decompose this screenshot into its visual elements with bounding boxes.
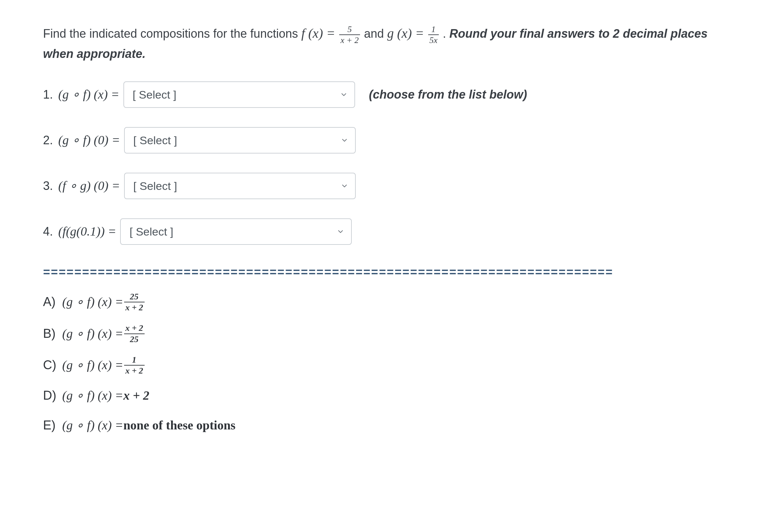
option-a-den: x + 2 [124,302,145,312]
option-a: A) (g ∘ f) (x) = 25 x + 2 [43,292,732,312]
select-q2[interactable]: [ Select ] [124,127,356,154]
select-placeholder: [ Select ] [133,177,177,195]
g-numerator: 1 [428,25,439,35]
question-2-lhs: (g ∘ f) (0) = [58,130,120,150]
option-a-num: 25 [124,292,145,302]
option-b-den: 25 [124,334,145,344]
question-1-lhs: (g ∘ f) (x) = [58,85,119,104]
intro-mid: and [364,27,387,40]
question-row-3: 3. (f ∘ g) (0) = [ Select ] [43,173,732,199]
option-rhs: x + 2 25 [123,323,145,344]
chevron-down-icon [336,228,344,236]
chevron-down-icon [340,182,348,190]
option-lhs: (g ∘ f) (x) = [62,325,123,343]
intro-paragraph: Find the indicated compositions for the … [43,23,732,63]
question-2-label: 2. (g ∘ f) (0) = [43,130,120,150]
option-b-fraction: x + 2 25 [123,324,145,344]
question-4-number: 4. [43,222,58,241]
question-4-lhs: (f(g(0.1)) = [58,222,116,241]
page: Find the indicated compositions for the … [0,0,775,532]
option-letter: C) [43,356,62,374]
option-b: B) (g ∘ f) (x) = x + 2 25 [43,323,732,344]
select-q4[interactable]: [ Select ] [120,218,352,245]
option-e-rhs: none of these options [123,416,236,434]
g-denominator: 5x [428,35,439,45]
question-1-label: 1. (g ∘ f) (x) = [43,85,119,104]
option-d-rhs: x + 2 [123,386,150,405]
select-q3[interactable]: [ Select ] [124,173,356,199]
intro-period: . [443,27,450,40]
question-4-label: 4. (f(g(0.1)) = [43,222,116,241]
question-3-number: 3. [43,177,58,195]
select-q1[interactable]: [ Select ] [123,81,355,108]
option-c-den: x + 2 [124,366,145,375]
options-list: A) (g ∘ f) (x) = 25 x + 2 B) (g ∘ f) (x)… [43,292,732,434]
question-3-label: 3. (f ∘ g) (0) = [43,176,120,196]
f-numerator: 5 [339,25,360,35]
select-placeholder: [ Select ] [129,223,173,241]
option-b-num: x + 2 [124,324,145,334]
divider-row: ========================================… [43,264,738,283]
option-lhs: (g ∘ f) (x) = [62,293,123,311]
question-row-4: 4. (f(g(0.1)) = [ Select ] [43,218,732,245]
f-denominator: x + 2 [339,35,360,45]
question-row-2: 2. (g ∘ f) (0) = [ Select ] [43,127,732,154]
option-letter: B) [43,325,62,343]
choose-hint: (choose from the list below) [369,85,527,104]
question-1-number: 1. [43,85,58,104]
select-placeholder: [ Select ] [133,86,176,104]
chevron-down-icon [340,91,348,99]
question-2-number: 2. [43,131,58,150]
option-rhs: 25 x + 2 [123,292,145,312]
option-letter: D) [43,386,62,405]
option-letter: A) [43,293,62,311]
chevron-down-icon [340,136,348,144]
option-a-fraction: 25 x + 2 [123,292,145,312]
intro-gx: g (x) = 1 5x [387,26,443,41]
option-e: E) (g ∘ f) (x) = none of these options [43,416,732,434]
option-c: C) (g ∘ f) (x) = 1 x + 2 [43,355,732,376]
option-d: D) (g ∘ f) (x) = x + 2 [43,386,732,405]
f-label: f (x) = [301,26,338,41]
g-fraction: 1 5x [428,25,440,45]
f-fraction: 5 x + 2 [338,25,361,45]
intro-fx: f (x) = 5 x + 2 [301,26,364,41]
question-3-lhs: (f ∘ g) (0) = [58,176,120,196]
option-lhs: (g ∘ f) (x) = [62,356,123,374]
intro-lead: Find the indicated compositions for the … [43,27,301,40]
option-c-num: 1 [124,355,145,366]
question-row-1: 1. (g ∘ f) (x) = [ Select ] (choose from… [43,81,732,108]
g-label: g (x) = [387,26,427,41]
option-c-fraction: 1 x + 2 [123,355,145,376]
option-rhs: 1 x + 2 [123,355,145,376]
option-lhs: (g ∘ f) (x) = [62,386,123,405]
option-letter: E) [43,416,62,434]
option-lhs: (g ∘ f) (x) = [62,416,123,434]
select-placeholder: [ Select ] [133,132,177,149]
